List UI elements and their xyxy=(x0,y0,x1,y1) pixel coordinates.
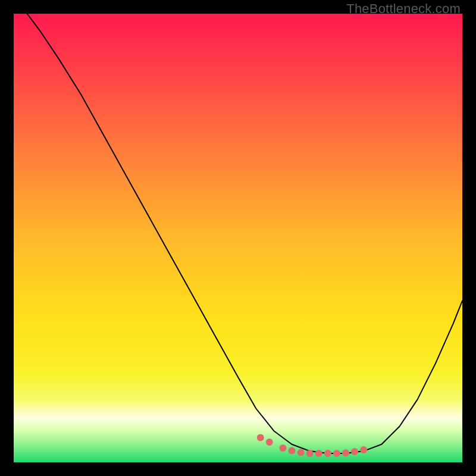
optimal-point xyxy=(298,449,305,456)
optimal-point xyxy=(257,434,264,441)
optimal-point xyxy=(266,439,273,446)
optimal-point xyxy=(279,444,286,452)
chart-frame xyxy=(14,14,462,462)
optimal-point xyxy=(289,447,296,454)
optimal-point xyxy=(333,450,340,457)
optimal-point xyxy=(360,446,367,453)
optimal-point xyxy=(342,449,349,456)
optimal-point xyxy=(324,450,331,457)
watermark-label: TheBottleneck.com xyxy=(346,1,461,17)
optimal-point xyxy=(315,450,322,457)
optimal-point xyxy=(351,448,358,455)
bottleneck-chart xyxy=(14,14,462,462)
optimal-point xyxy=(306,450,314,457)
gradient-background xyxy=(14,14,462,462)
